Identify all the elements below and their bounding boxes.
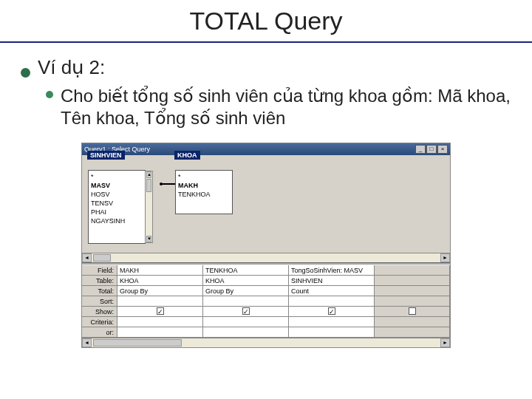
show-checkbox-cell[interactable] [289, 307, 375, 316]
criteria-cell[interactable] [203, 317, 289, 327]
horizontal-scrollbar-upper[interactable]: ◄ ► [82, 253, 450, 262]
total-cell[interactable]: Group By [203, 286, 289, 296]
table-header-khoa[interactable]: KHOA [174, 151, 200, 160]
sort-cell[interactable] [117, 296, 203, 306]
table-box-khoa[interactable]: * MAKH TENKHOA [175, 170, 233, 214]
sort-cell[interactable] [203, 296, 289, 306]
empty-cell[interactable] [375, 286, 450, 296]
scroll-thumb[interactable] [93, 339, 182, 347]
field-item[interactable]: MASV [91, 181, 143, 190]
bullet2-text: Cho biết tổng số sinh viên của từng khoa… [61, 85, 511, 129]
field-list-khoa[interactable]: * MAKH TENKHOA [176, 171, 232, 200]
sort-cell[interactable] [289, 296, 375, 306]
scroll-track[interactable] [92, 338, 440, 347]
field-list-sinhvien[interactable]: * MASV HOSV TENSV PHAI NGAYSINH [89, 171, 145, 227]
bullet-icon [21, 68, 30, 78]
field-item[interactable]: HOSV [91, 190, 143, 199]
scroll-right-arrow-icon[interactable]: ► [440, 338, 450, 347]
window-titlebar[interactable]: Query1 : Select Query _ □ × [82, 143, 450, 155]
grid-row-field: Field: MAKH TENKHOA TongSoSinhVien: MASV [82, 265, 450, 276]
horizontal-scrollbar-lower[interactable]: ◄ ► [82, 338, 450, 347]
row-label-total: Total: [82, 286, 117, 296]
field-cell[interactable]: TENKHOA [203, 265, 289, 275]
scroll-thumb[interactable] [93, 254, 111, 262]
field-item[interactable]: PHAI [91, 208, 143, 216]
field-cell[interactable]: MAKH [117, 265, 203, 275]
field-item[interactable]: NGAYSINH [91, 216, 143, 225]
bullet-level-1: Ví dụ 2: [21, 56, 511, 79]
criteria-cell[interactable] [289, 317, 375, 327]
table-header-sinhvien[interactable]: SINHVIEN [87, 151, 125, 160]
bullet-icon [46, 91, 53, 98]
checkbox-icon[interactable] [242, 307, 250, 315]
window-controls: _ □ × [415, 145, 448, 154]
scroll-track[interactable] [92, 253, 440, 262]
checkbox-icon[interactable] [328, 307, 335, 315]
scroll-down-arrow-icon[interactable]: ▼ [146, 236, 151, 242]
field-item[interactable]: * [178, 172, 230, 181]
close-button[interactable]: × [437, 145, 448, 154]
row-label-table: Table: [82, 276, 117, 285]
or-cell[interactable] [203, 327, 289, 337]
bullet-level-2: Cho biết tổng số sinh viên của từng khoa… [46, 85, 511, 129]
total-cell[interactable]: Count [289, 286, 375, 296]
grid-row-criteria: Criteria: [82, 317, 450, 327]
total-cell[interactable]: Group By [117, 286, 203, 296]
field-item[interactable]: * [91, 172, 143, 181]
show-checkbox-cell[interactable] [375, 307, 450, 316]
grid-row-sort: Sort: [82, 296, 450, 307]
scroll-left-arrow-icon[interactable]: ◄ [82, 338, 92, 347]
minimize-button[interactable]: _ [415, 145, 426, 154]
row-label-criteria: Criteria: [82, 317, 117, 327]
scroll-thumb[interactable] [146, 179, 151, 192]
slide-title-bar: TOTAL Query [0, 0, 532, 43]
field-item[interactable]: TENKHOA [178, 190, 230, 199]
empty-cell[interactable] [375, 265, 450, 275]
empty-cell[interactable] [375, 327, 450, 337]
table-cell[interactable]: KHOA [117, 276, 203, 285]
show-checkbox-cell[interactable] [117, 307, 203, 316]
checkbox-icon[interactable] [157, 307, 164, 315]
row-label-show: Show: [82, 307, 117, 316]
vertical-scrollbar[interactable]: ▲ ▼ [145, 171, 153, 243]
scroll-left-arrow-icon[interactable]: ◄ [82, 253, 92, 262]
or-cell[interactable] [289, 327, 375, 337]
empty-cell[interactable] [375, 296, 450, 306]
slide-content: Ví dụ 2: Cho biết tổng số sinh viên của … [0, 43, 532, 348]
slide-title: TOTAL Query [189, 7, 342, 35]
checkbox-icon[interactable] [409, 307, 416, 315]
row-label-field: Field: [82, 265, 117, 275]
field-item[interactable]: TENSV [91, 199, 143, 208]
scroll-up-arrow-icon[interactable]: ▲ [146, 171, 151, 178]
table-cell[interactable]: KHOA [203, 276, 289, 285]
field-item[interactable]: MAKH [178, 181, 230, 190]
grid-row-table: Table: KHOA KHOA SINHVIEN [82, 276, 450, 286]
row-label-sort: Sort: [82, 296, 117, 306]
table-diagram-pane[interactable]: SINHVIEN * MASV HOSV TENSV PHAI NGAYSINH… [82, 155, 450, 253]
grid-row-or: or: [82, 327, 450, 338]
empty-cell[interactable] [375, 276, 450, 285]
query-designer-window: Query1 : Select Query _ □ × SINHVIEN * M… [81, 143, 451, 348]
or-cell[interactable] [117, 327, 203, 337]
table-box-sinhvien[interactable]: * MASV HOSV TENSV PHAI NGAYSINH ▲ ▼ [88, 170, 146, 244]
show-checkbox-cell[interactable] [203, 307, 289, 316]
maximize-button[interactable]: □ [426, 145, 437, 154]
grid-row-show: Show: [82, 307, 450, 317]
empty-cell[interactable] [375, 317, 450, 327]
bullet1-text: Ví dụ 2: [38, 56, 105, 79]
qbe-grid: Field: MAKH TENKHOA TongSoSinhVien: MASV… [82, 265, 450, 338]
scroll-right-arrow-icon[interactable]: ► [440, 253, 450, 262]
criteria-cell[interactable] [117, 317, 203, 327]
row-label-or: or: [82, 327, 117, 337]
grid-row-total: Total: Group By Group By Count [82, 286, 450, 296]
field-cell[interactable]: TongSoSinhVien: MASV [289, 265, 375, 275]
table-cell[interactable]: SINHVIEN [289, 276, 375, 285]
